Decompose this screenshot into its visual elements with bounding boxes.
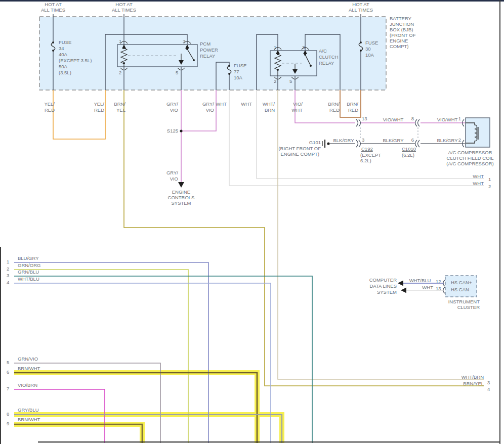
blkgry-seg2-label: BLK/GRY <box>383 138 403 144</box>
bjb-title-3: BOX (BJB) <box>390 27 413 33</box>
right-row4-num: 4 <box>487 386 490 392</box>
lbl-brn-yel-a: BRN/ <box>114 101 125 107</box>
top-border <box>0 0 504 2</box>
data-line-arrows <box>398 281 406 293</box>
lbl-gry-vio-3b: VIO <box>170 176 178 182</box>
g101-loc-1: (RIGHT FRONT OF <box>278 146 321 152</box>
left-row9-label: BRN/WHT <box>18 417 40 423</box>
lbl-vio-wht-b: WHT <box>291 107 303 113</box>
bjb-title-5: ENGINE <box>390 38 408 44</box>
blkgry-seg3-label: BLK/GRY <box>437 138 457 144</box>
left-row7-label: VIO/BRN <box>18 382 37 388</box>
left-row5-num: 5 <box>7 360 9 366</box>
fuse34-l1: FUSE <box>59 39 71 46</box>
bottom-border <box>38 441 499 442</box>
right-row3-label: WHT/BRN <box>461 374 484 380</box>
cluster-pin-arcs <box>443 280 445 293</box>
g101-ground-icon <box>322 140 330 148</box>
hot-label-1-line1: HOT AT <box>45 2 61 8</box>
fuse30-l2: 30 <box>365 46 371 52</box>
lbl-gry-vio-1a: GRY/ <box>166 101 178 107</box>
left-row1-label: BLU/GRY <box>18 255 39 261</box>
right-row4-label: BRN/YEL <box>463 381 484 387</box>
cluster-wht-label: WHT <box>422 285 433 291</box>
left-row1-num: 1 <box>7 259 9 265</box>
left-row4-num: 4 <box>7 280 9 286</box>
hot-label-1-line2: ALL TIMES <box>41 7 65 13</box>
ac-pin5: 5 <box>289 78 292 84</box>
left-row9-num: 9 <box>7 421 9 427</box>
engine-controls-arrow-icon <box>178 182 184 188</box>
right-row1-num: 1 <box>488 176 491 183</box>
fuse34-l3: 40A <box>59 52 67 58</box>
hot-label-2-line2: ALL TIMES <box>112 7 136 13</box>
s125-splice-dot <box>180 129 182 132</box>
left-row5-label: GRN/VIO <box>18 356 38 362</box>
right-row2-label: WHT <box>473 181 484 187</box>
ac-name-2: CLUTCH <box>319 54 339 60</box>
pcm-pin5: 5 <box>176 70 178 76</box>
lbl-wht-brn-a: WHT/ <box>263 101 275 107</box>
g101-loc-2: ENGINE COMPT) <box>280 151 319 157</box>
right-border <box>499 0 500 444</box>
wire-vio-wht-1 <box>295 90 355 123</box>
hot-label-3-line1: HOT AT <box>352 2 369 8</box>
fuse77-l1: FUSE <box>234 63 246 69</box>
ac-name-1: A/C <box>319 48 327 54</box>
bjb-title-2: JUNCTION <box>390 21 414 27</box>
highlight-row9 <box>14 424 142 443</box>
lbl-gry-vio-2a: GRY/ <box>202 101 214 107</box>
lbl-brn-red-2a: BRN/ <box>347 101 358 107</box>
ac-name-3: RELAY <box>319 60 334 66</box>
highlight-row6 <box>14 373 257 443</box>
ac-pin1: 1 <box>274 45 276 51</box>
left-row7-num: 7 <box>7 386 9 392</box>
lbl-yel-red-1b: RED <box>45 107 55 113</box>
lbl-gry-vio-1b: VIO <box>170 107 178 113</box>
pcm-name-2: POWER <box>200 47 218 53</box>
lbl-brn-red-1a: BRN/ <box>328 101 340 107</box>
c192-label: C192 <box>361 146 373 152</box>
hs-can-plus: HS CAN+ <box>451 280 472 286</box>
bjb-title-6: COMPT) <box>390 43 408 50</box>
lbl-brn-red-2b: RED <box>348 107 358 113</box>
wire-wht-brn <box>278 90 484 379</box>
blkgry-seg1-label: BLK/GRY <box>333 138 354 144</box>
cluster-system-2: DATA LINES <box>370 283 397 289</box>
lbl-wht-brn-b: BRN <box>265 107 275 113</box>
hs-can-minus: HS CAN- <box>451 287 471 293</box>
fuse30-l1: FUSE <box>365 40 378 46</box>
wiring-svg <box>0 0 504 444</box>
field-coil-label-2: CLUTCH FIELD COIL <box>447 155 494 161</box>
lbl-brn-red-1b: RED <box>329 107 340 113</box>
cluster-system-1: COMPUTER <box>369 277 397 283</box>
cluster-pin13: 13 <box>436 286 441 292</box>
left-border <box>0 247 1 444</box>
lbl-yel-red-2a: YEL/ <box>94 101 104 107</box>
wire-grn-blu <box>14 276 312 443</box>
fuse77-l3: 10A <box>234 75 242 81</box>
fuse34-l4: (EXCEPT 3.5L) <box>59 58 92 64</box>
c1010-label: C1010 <box>402 146 416 152</box>
wire-brn-wht-9 <box>14 424 142 443</box>
left-row6-label: BRN/WHT <box>18 366 40 372</box>
bjb-title-4: (FRONT OF <box>390 32 416 38</box>
blkgry-pin6: 6 <box>411 137 414 143</box>
fuse77-l2: 77 <box>234 69 239 75</box>
wire-yel-red <box>53 90 105 139</box>
engine-controls-2: CONTROLS <box>168 195 195 201</box>
left-row3-num: 3 <box>7 273 9 279</box>
blkgry-pin3: 3 <box>362 137 364 143</box>
lbl-gry-vio-3a: GRY/ <box>166 170 178 176</box>
left-row6-num: 6 <box>7 369 9 375</box>
lbl-wht-2: WHT <box>241 101 252 107</box>
pcm-name-3: RELAY <box>200 53 215 59</box>
bjb-title-1: BATTERY <box>390 16 411 22</box>
viowht-seg2-label: VIO/WHT <box>383 117 404 123</box>
fuse34-l5: 50A <box>59 64 67 70</box>
left-row4-label: WHT/BLU <box>18 276 39 282</box>
viowht-pin13: 13 <box>362 116 367 122</box>
hot-label-2-line1: HOT AT <box>115 2 132 8</box>
right-row2-num: 2 <box>488 184 491 190</box>
highlight-row8 <box>14 415 282 443</box>
